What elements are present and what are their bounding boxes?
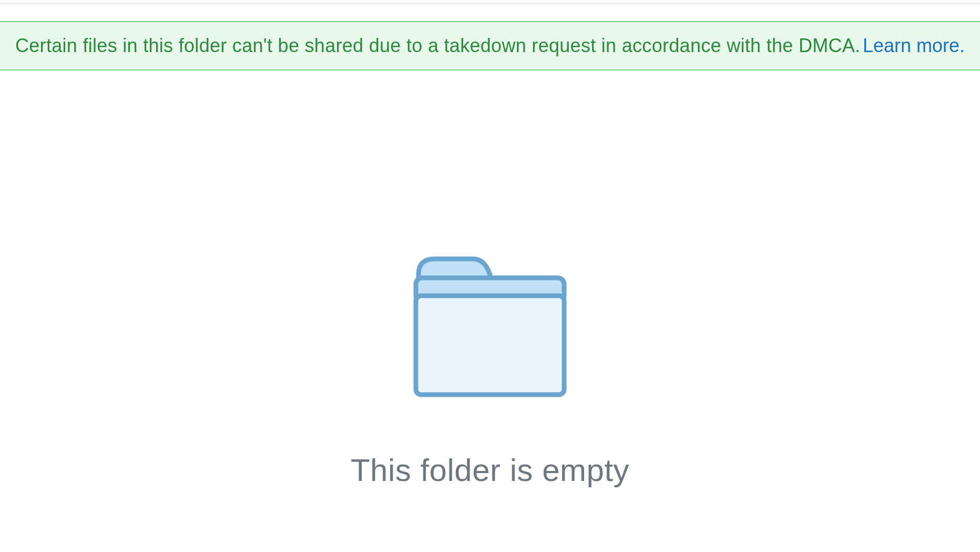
top-divider <box>0 3 980 4</box>
folder-icon <box>411 255 569 399</box>
dmca-notice-text: Certain files in this folder can't be sh… <box>15 35 860 56</box>
empty-folder-state: This folder is empty <box>0 255 980 488</box>
empty-folder-heading: This folder is empty <box>351 452 629 488</box>
dmca-notice-banner: Certain files in this folder can't be sh… <box>0 21 980 71</box>
svg-rect-1 <box>416 296 564 395</box>
learn-more-link[interactable]: Learn more. <box>863 35 965 56</box>
